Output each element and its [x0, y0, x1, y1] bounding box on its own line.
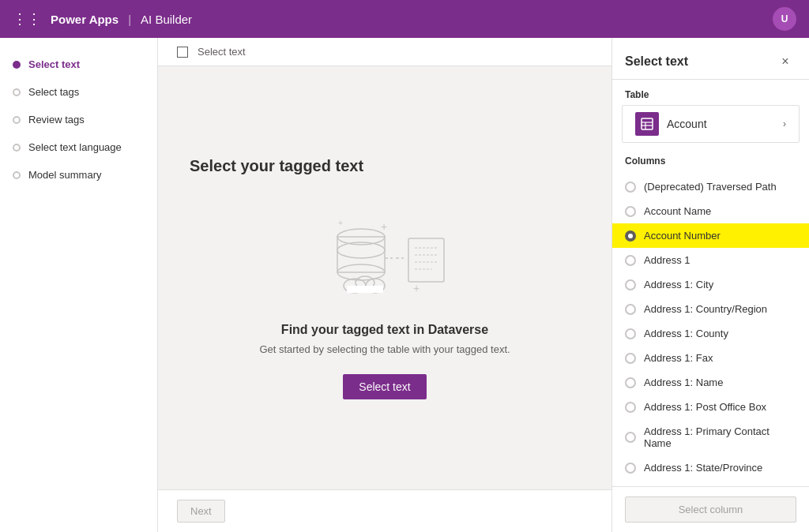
svg-rect-10 — [408, 238, 444, 282]
column-radio — [625, 206, 636, 217]
column-radio — [625, 377, 636, 388]
breadcrumb: Select text — [198, 46, 246, 58]
dataverse-illustration: + + + — [314, 207, 456, 304]
column-radio — [625, 230, 636, 242]
sidebar-inactive-indicator — [13, 171, 21, 179]
columns-list: (Deprecated) Traversed PathAccount NameA… — [612, 171, 809, 486]
sidebar-item-label: Review tags — [28, 114, 85, 126]
sidebar-item-label: Select tags — [28, 86, 79, 98]
column-item[interactable]: Address 1: Country/Region — [612, 297, 809, 321]
content-area: Select your tagged text — [158, 66, 611, 489]
column-item[interactable]: Address 1 — [612, 248, 809, 272]
table-selector[interactable]: Account › — [622, 105, 800, 143]
panel-header: Select text × — [612, 38, 809, 80]
sidebar-inactive-indicator — [13, 116, 21, 124]
content-subtext: Get started by selecting the table with … — [259, 343, 510, 355]
columns-section-label: Columns — [612, 149, 809, 171]
column-label: Account Name — [644, 205, 711, 217]
sidebar-item-select-language[interactable]: Select text language — [0, 133, 157, 161]
panel-footer: Select column — [612, 486, 809, 532]
topbar-app-name: Power Apps — [51, 13, 119, 26]
column-label: Account Number — [644, 230, 721, 242]
column-label: Address 1: City — [644, 279, 713, 290]
bottom-bar: Next — [158, 489, 611, 532]
panel-title: Select text — [625, 54, 688, 69]
svg-text:+: + — [413, 282, 420, 294]
right-panel: Select text × Table Account › Columns (D… — [611, 38, 809, 532]
table-icon — [635, 112, 659, 136]
sidebar-item-select-tags[interactable]: Select tags — [0, 78, 157, 106]
content-heading: Find your tagged text in Dataverse — [281, 323, 488, 337]
sidebar-inactive-indicator — [13, 88, 21, 96]
column-radio — [625, 402, 636, 413]
topbar-separator: | — [128, 13, 131, 26]
column-label: Address 1: Primary Contact Name — [644, 425, 796, 449]
next-button[interactable]: Next — [177, 500, 225, 523]
sidebar-inactive-indicator — [13, 144, 21, 152]
avatar: U — [773, 7, 796, 31]
svg-text:+: + — [338, 219, 343, 227]
topbar: ⋮⋮ Power Apps | AI Builder U — [0, 0, 809, 38]
column-radio — [625, 304, 636, 315]
column-item[interactable]: Address 1: County — [612, 321, 809, 346]
sidebar-active-indicator — [13, 61, 21, 69]
column-item[interactable]: Address 1: State/Province — [612, 455, 809, 480]
column-label: Address 1: State/Province — [644, 462, 762, 474]
select-text-button[interactable]: Select text — [343, 374, 426, 399]
topbar-module-name: AI Builder — [141, 13, 192, 26]
column-radio — [625, 328, 636, 339]
column-radio — [625, 279, 636, 290]
column-label: Address 1: Country/Region — [644, 303, 767, 315]
breadcrumb-bar: Select text — [158, 38, 611, 66]
column-radio — [625, 255, 636, 266]
close-button[interactable]: × — [774, 51, 796, 73]
table-section-label: Table — [612, 80, 809, 105]
column-item[interactable]: (Deprecated) Traversed Path — [612, 174, 809, 199]
column-label: Address 1: Name — [644, 377, 723, 388]
chevron-right-icon: › — [783, 118, 786, 129]
sidebar-item-select-text[interactable]: Select text — [0, 51, 157, 78]
center-content: Select text Select your tagged text — [158, 38, 611, 532]
column-item[interactable]: Address 1: Primary Contact Name — [612, 419, 809, 455]
column-label: Address 1: County — [644, 328, 728, 339]
main-layout: Select text Select tags Review tags Sele… — [0, 38, 809, 532]
sidebar-item-label: Select text — [28, 58, 80, 70]
column-radio — [625, 432, 636, 443]
sidebar-item-label: Model summary — [28, 169, 101, 181]
svg-rect-7 — [347, 286, 383, 293]
sidebar: Select text Select tags Review tags Sele… — [0, 38, 158, 532]
svg-rect-18 — [642, 118, 653, 129]
sidebar-item-model-summary[interactable]: Model summary — [0, 161, 157, 189]
column-item[interactable]: Address 1: Street 1 — [612, 480, 809, 486]
select-column-button[interactable]: Select column — [625, 496, 796, 523]
sidebar-item-label: Select text language — [28, 141, 122, 153]
column-radio — [625, 463, 636, 474]
column-item[interactable]: Account Name — [612, 199, 809, 223]
sidebar-item-review-tags[interactable]: Review tags — [0, 106, 157, 133]
column-label: (Deprecated) Traversed Path — [644, 181, 777, 193]
column-item[interactable]: Address 1: Post Office Box — [612, 395, 809, 419]
column-radio — [625, 353, 636, 364]
column-item[interactable]: Address 1: Name — [612, 370, 809, 395]
breadcrumb-checkbox-icon — [177, 47, 188, 58]
column-label: Address 1: Fax — [644, 352, 713, 364]
column-label: Address 1 — [644, 254, 690, 266]
column-label: Address 1: Post Office Box — [644, 401, 766, 413]
column-item[interactable]: Address 1: Fax — [612, 346, 809, 370]
column-radio — [625, 182, 636, 193]
table-name: Account — [667, 118, 775, 130]
column-item[interactable]: Account Number — [612, 223, 809, 248]
grid-icon: ⋮⋮ — [13, 10, 41, 28]
page-title: Select your tagged text — [190, 157, 363, 175]
column-item[interactable]: Address 1: City — [612, 272, 809, 297]
svg-text:+: + — [381, 220, 387, 233]
